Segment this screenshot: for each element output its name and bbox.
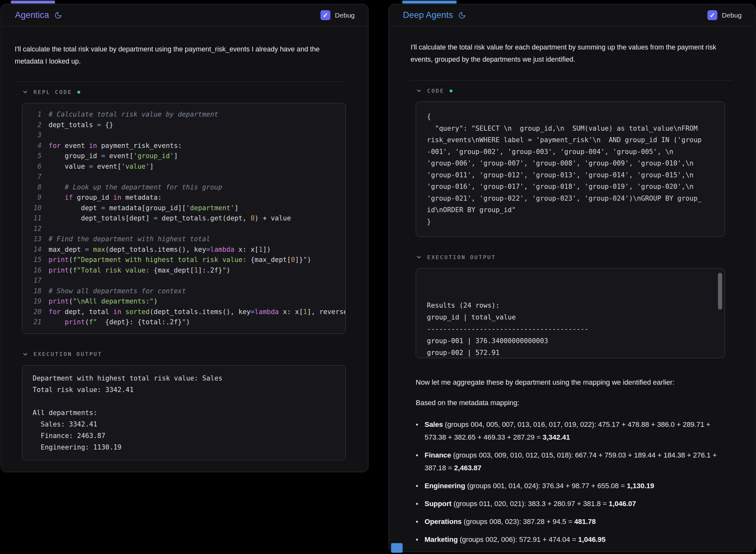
execution-output-section-header: EXECUTION OUTPUT	[22, 351, 346, 357]
bullet-text: Sales (groups 004, 005, 007, 013, 016, 0…	[425, 418, 725, 444]
code-line: 11 dept_totals[dept] = dept_totals.get(d…	[22, 213, 345, 224]
assistant-message: I'll calculate the total risk value by d…	[15, 43, 329, 67]
code-line: 14max_dept = max(dept_totals.items(), ke…	[22, 244, 345, 255]
repl-code-block: 1# Calculate total risk value by departm…	[22, 103, 346, 334]
department-bullet-item: •Operations (groups 008, 023): 387.28 + …	[416, 515, 725, 528]
line-number: 21	[22, 317, 49, 328]
department-bullet-item: •Marketing (groups 002, 006): 572.91 + 4…	[416, 533, 725, 546]
code-line: 4for event in payment_risk_events:	[22, 141, 345, 151]
bullet-text: Support (groups 011, 020, 021): 383.3 + …	[425, 497, 636, 510]
bullet-marker: •	[416, 480, 418, 492]
code-line: 9 if group_id in metadata:	[22, 192, 345, 203]
bullet-text: Operations (groups 008, 023): 387.28 + 9…	[425, 515, 596, 528]
repl-code-section-header: REPL CODE	[22, 89, 346, 95]
line-number: 15	[22, 255, 49, 265]
line-number: 1	[22, 109, 49, 120]
code-line: 1# Calculate total risk value by departm…	[22, 109, 345, 120]
section-divider	[410, 80, 733, 80]
section-divider	[14, 81, 346, 82]
debug-toggle: ✓ Debug	[707, 10, 742, 20]
assistant-message: I'll calculate the total risk value for …	[411, 41, 733, 65]
chevron-down-icon[interactable]	[22, 351, 29, 357]
code-line: 7	[22, 172, 345, 182]
results-scrollbar[interactable]	[718, 273, 722, 310]
bullet-text: Marketing (groups 002, 006): 572.91 + 47…	[425, 533, 605, 546]
line-number: 9	[22, 192, 49, 203]
line-number: 5	[22, 151, 49, 161]
line-number: 4	[22, 141, 49, 151]
bullet-marker: •	[416, 515, 418, 528]
code-line: 17	[22, 275, 345, 286]
panel-header: Deep Agents ✓ Debug	[389, 4, 755, 26]
department-bullet-item: •Support (groups 011, 020, 021): 383.3 +…	[416, 497, 725, 510]
status-dot	[77, 91, 80, 94]
code-line: 8 # Look up the department for this grou…	[22, 182, 345, 192]
line-number: 10	[22, 203, 49, 213]
bullet-list: •Sales (groups 004, 005, 007, 013, 016, …	[416, 418, 725, 546]
line-number: 12	[22, 224, 49, 234]
department-bullet-item: •Sales (groups 004, 005, 007, 013, 016, …	[416, 418, 725, 444]
execution-output-block[interactable]: Department with highest total risk value…	[22, 365, 346, 460]
line-number: 8	[22, 182, 49, 192]
debug-checkbox[interactable]: ✓	[321, 10, 330, 20]
bullet-text: Finance (groups 003, 009, 010, 012, 015,…	[425, 449, 725, 475]
debug-label: Debug	[722, 11, 742, 19]
page-title: Agentica	[15, 10, 49, 20]
code-line: 18# Show all departments for context	[22, 286, 345, 296]
execution-output-block[interactable]: Results (24 rows): group_id | total_valu…	[416, 268, 725, 358]
line-number: 2	[22, 120, 49, 130]
bullet-marker: •	[416, 533, 418, 546]
line-number: 16	[22, 265, 49, 276]
next-card-indicator-fragment	[391, 543, 402, 553]
department-bullet-item: •Finance (groups 003, 009, 010, 012, 015…	[416, 449, 725, 475]
tab-indicator-right[interactable]	[402, 1, 456, 3]
department-bullet-item: •Engineering (groups 001, 014, 024): 376…	[416, 480, 725, 492]
chevron-down-icon[interactable]	[22, 89, 29, 95]
chevron-down-icon[interactable]	[416, 88, 422, 94]
code-line: 2dept_totals = {}	[22, 120, 345, 130]
code-line: 10 dept = metadata[group_id]['department…	[22, 203, 345, 213]
line-number: 18	[22, 286, 49, 296]
section-label: REPL CODE	[34, 89, 72, 95]
code-line: 20for dept, total in sorted(dept_totals.…	[22, 307, 345, 317]
line-number: 3	[22, 130, 49, 141]
moon-icon	[458, 11, 466, 19]
line-number: 17	[22, 275, 49, 286]
status-dot	[449, 90, 452, 92]
code-line: 12	[22, 224, 345, 234]
execution-output-section-header: EXECUTION OUTPUT	[416, 254, 725, 260]
line-number: 14	[22, 244, 49, 255]
debug-label: Debug	[335, 11, 355, 19]
code-line: 15print(f"Department with highest total …	[22, 255, 345, 265]
code-line: 19print("\nAll departments:")	[22, 296, 345, 307]
panel-header: Agentica ✓ Debug	[1, 4, 368, 26]
bullet-marker: •	[416, 449, 418, 475]
section-label: EXECUTION OUTPUT	[427, 254, 496, 260]
code-block: { "query": "SELECT \n group_id,\n SUM(va…	[416, 102, 725, 237]
title-row: Agentica	[15, 10, 62, 20]
debug-checkbox[interactable]: ✓	[707, 10, 717, 20]
code-line: 16print(f"Total risk value: {max_dept[1]…	[22, 265, 345, 276]
line-number: 19	[22, 296, 49, 307]
line-number: 20	[22, 307, 49, 317]
line-number: 13	[22, 234, 49, 244]
mapping-intro-text: Based on the metadata mapping:	[416, 396, 725, 409]
code-line: 13# Find the department with highest tot…	[22, 234, 345, 244]
bullet-marker: •	[416, 497, 418, 510]
tab-indicator-left[interactable]	[11, 1, 55, 3]
moon-icon	[54, 11, 62, 19]
code-section-header: CODE	[416, 88, 725, 94]
bullet-text: Engineering (groups 001, 014, 024): 376.…	[425, 480, 654, 492]
deep-agents-panel: Deep Agents ✓ Debug I'll calculate the t…	[388, 4, 755, 552]
results-text: Results (24 rows): group_id | total_valu…	[427, 300, 714, 358]
line-number: 7	[22, 172, 49, 182]
line-number: 11	[22, 213, 49, 224]
agentica-panel: Agentica ✓ Debug I'll calculate the tota…	[1, 4, 368, 472]
code-line: 21 print(f" {dept}: {total:.2f}")	[22, 317, 345, 328]
code-line: 6 value = event['value']	[22, 161, 345, 172]
bullet-marker: •	[416, 418, 418, 444]
page-title: Deep Agents	[403, 10, 453, 20]
debug-toggle: ✓ Debug	[321, 10, 355, 20]
chevron-down-icon[interactable]	[416, 254, 422, 260]
code-line: 5 group_id = event['group_id']	[22, 151, 345, 161]
